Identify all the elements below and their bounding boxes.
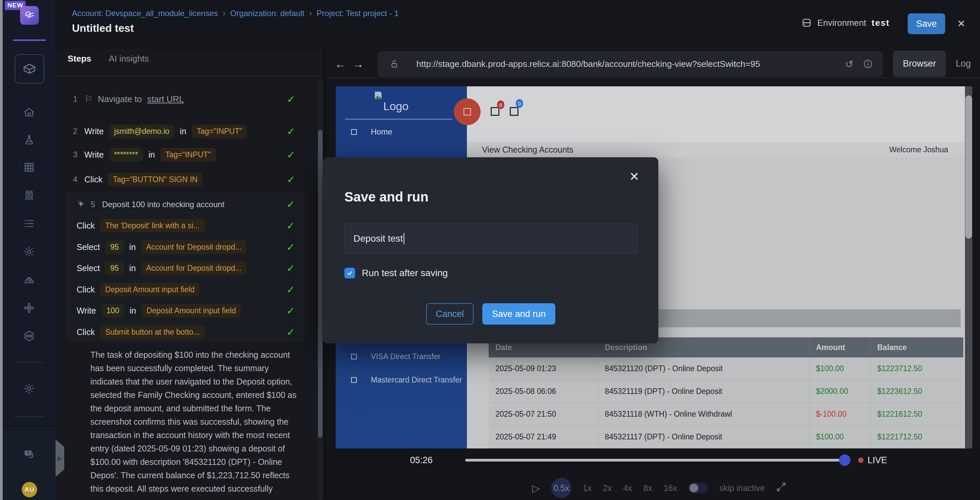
speed-16x[interactable]: 16x bbox=[664, 483, 677, 493]
broken-image-icon bbox=[373, 90, 383, 100]
step-target-badge[interactable]: Account for Deposit dropd... bbox=[141, 240, 247, 254]
step-row-4[interactable]: 4 Click Tag="BUTTON" SIGN IN ✓ bbox=[73, 171, 295, 188]
close-icon[interactable]: ✕ bbox=[954, 16, 969, 31]
substep-row-6[interactable]: Click Submit button at the botto... ✓ bbox=[76, 324, 295, 340]
col-header-balance[interactable]: Balance bbox=[870, 338, 963, 357]
tab-steps[interactable]: Steps bbox=[68, 54, 91, 64]
breadcrumb-account[interactable]: Account: Devspace_all_module_licenses bbox=[72, 9, 218, 18]
sidebar-divider bbox=[13, 416, 45, 417]
sidebar-item-user-search[interactable] bbox=[3, 271, 56, 289]
table-row[interactable]: 2025-05-08 06:06 845321119 (DPT) - Onlin… bbox=[488, 380, 963, 403]
step-action: Write bbox=[76, 306, 96, 315]
step-action: Click bbox=[76, 221, 95, 231]
url-bar[interactable]: http://stage.dbank.prod-apps.relicx.ai:8… bbox=[377, 51, 883, 76]
user-avatar[interactable]: AU bbox=[22, 482, 37, 497]
sidebar-item-integrations[interactable] bbox=[3, 299, 56, 317]
record-indicator[interactable] bbox=[454, 99, 480, 125]
substep-row-2[interactable]: Select 95 in Account for Deposit dropd..… bbox=[76, 239, 295, 255]
checkbox-checked[interactable] bbox=[344, 268, 355, 279]
sidebar-item-api[interactable] bbox=[3, 326, 56, 346]
sidebar-item-tests-selected[interactable] bbox=[15, 54, 44, 84]
step-value-badge[interactable]: ******** bbox=[109, 148, 143, 162]
step-connector: in bbox=[180, 126, 186, 136]
step-row-3[interactable]: 3 Write ******** in Tag="INPUT" ✓ bbox=[73, 146, 295, 162]
substep-row-3[interactable]: Select 95 in Account for Deposit dropd..… bbox=[76, 260, 295, 276]
test-name-input[interactable]: Deposit test bbox=[344, 224, 638, 254]
nav-forward-icon[interactable]: → bbox=[351, 56, 366, 72]
cancel-button[interactable]: Cancel bbox=[426, 303, 474, 325]
sidebar-item-lab[interactable] bbox=[3, 131, 56, 149]
save-and-run-button[interactable]: Save and run bbox=[482, 303, 555, 325]
substep-row-5[interactable]: Write 100 in Deposit Amount input field … bbox=[76, 303, 295, 318]
sidebar-item-grid[interactable] bbox=[3, 158, 56, 177]
table-row[interactable]: 2025-05-07 21:49 845321117 (DPT) - Onlin… bbox=[488, 426, 963, 449]
step-value-badge[interactable]: jsmith@demo.io bbox=[109, 124, 174, 138]
speed-16x[interactable]: 8x bbox=[643, 483, 652, 493]
speed-0.5x[interactable]: 0.5x bbox=[551, 478, 571, 498]
save-button[interactable]: Save bbox=[908, 13, 945, 34]
step-target-badge[interactable]: Submit button at the botto... bbox=[100, 325, 205, 339]
play-icon[interactable]: ▷ bbox=[532, 482, 540, 494]
substep-row-1[interactable]: Click The 'Deposit' link with a si... ✓ bbox=[76, 218, 295, 234]
start-url-link[interactable]: start URL bbox=[147, 94, 184, 104]
bank-nav-home[interactable]: Home bbox=[351, 127, 392, 137]
info-icon[interactable] bbox=[863, 59, 873, 69]
sidebar-item-settings[interactable] bbox=[3, 242, 56, 261]
tab-log[interactable]: Log bbox=[950, 51, 977, 77]
step-target-badge[interactable]: Account for Deposit dropd... bbox=[141, 261, 247, 275]
skip-inactive-toggle[interactable] bbox=[689, 482, 708, 493]
step-target-badge[interactable]: The 'Deposit' link with a si... bbox=[100, 219, 205, 232]
step-target-badge[interactable]: Tag="BUTTON" SIGN IN bbox=[108, 173, 202, 186]
table-row[interactable]: 2025-05-07 21:50 845321118 (WTH) - Onlin… bbox=[488, 403, 963, 426]
step-target-badge[interactable]: Deposit Amount input field bbox=[142, 304, 241, 318]
tab-browser[interactable]: Browser bbox=[893, 51, 946, 77]
tab-ai-insights[interactable]: AI insights bbox=[109, 54, 149, 64]
step-action: Click bbox=[84, 175, 102, 185]
col-header-amount[interactable]: Amount bbox=[809, 338, 870, 357]
speed-2x[interactable]: 2x bbox=[603, 483, 611, 493]
sidebar-item-admin-settings[interactable] bbox=[3, 379, 56, 398]
step-row-1[interactable]: 1 ⚐ Navigate to start URL ✓ bbox=[73, 91, 295, 107]
table-row[interactable]: 2025-05-09 01:23 845321120 (DPT) - Onlin… bbox=[488, 357, 963, 380]
skip-inactive-label: skip inactive bbox=[719, 483, 765, 493]
url-input[interactable]: http://stage.dbank.prod-apps.relicx.ai:8… bbox=[416, 59, 845, 69]
step-value-badge[interactable]: 95 bbox=[105, 261, 124, 275]
bank-nav-mastercard-transfer[interactable]: Mastercard Direct Transfer bbox=[351, 376, 462, 385]
breadcrumb-organization[interactable]: Organization: default bbox=[230, 9, 304, 18]
step-value-badge[interactable]: 95 bbox=[105, 240, 124, 254]
notification-icon-1[interactable] bbox=[491, 107, 500, 116]
app-logo[interactable] bbox=[20, 6, 39, 25]
sidebar-item-suites[interactable] bbox=[3, 186, 56, 205]
playback-knob[interactable] bbox=[839, 454, 851, 466]
steps-scrollbar-thumb[interactable] bbox=[318, 130, 323, 438]
step-value-badge[interactable]: 100 bbox=[102, 304, 124, 318]
step-row-2[interactable]: 2 Write jsmith@demo.io in Tag="INPUT" ✓ bbox=[73, 123, 295, 139]
notification-icon-2[interactable] bbox=[510, 107, 519, 116]
run-after-saving-row[interactable]: Run test after saving bbox=[344, 268, 448, 279]
speed-4x[interactable]: 4x bbox=[623, 483, 632, 493]
sidebar-item-runs[interactable] bbox=[3, 214, 56, 233]
step-number: 1 bbox=[73, 94, 79, 104]
playback-track[interactable] bbox=[465, 459, 841, 462]
page-scrollbar-thumb[interactable] bbox=[965, 96, 972, 239]
step-number: 5 bbox=[91, 200, 97, 209]
bank-nav-visa-transfer[interactable]: VISA Direct Transfer bbox=[351, 352, 441, 361]
environment-selector[interactable]: Environment test bbox=[801, 18, 889, 28]
notification-badge-red: 0 bbox=[497, 100, 504, 109]
breadcrumb-project[interactable]: Project: Test project - 1 bbox=[317, 9, 399, 18]
step-target-badge[interactable]: Deposit Amount input field bbox=[100, 283, 199, 296]
step-target-badge[interactable]: Tag="INPUT" bbox=[192, 124, 247, 138]
step-action: Click bbox=[76, 327, 95, 337]
speed-1x[interactable]: 1x bbox=[583, 483, 592, 493]
sidebar-item-home[interactable] bbox=[3, 103, 56, 122]
step-target-badge[interactable]: Tag="INPUT" bbox=[160, 148, 216, 162]
refresh-icon[interactable]: ↺ bbox=[845, 58, 853, 70]
expand-icon[interactable] bbox=[776, 482, 786, 494]
gear-icon bbox=[23, 246, 35, 258]
modal-close-icon[interactable]: ✕ bbox=[626, 169, 642, 185]
step-group-header[interactable]: 5 Deposit 100 into checking account ✓ bbox=[76, 196, 295, 213]
text-caret bbox=[404, 233, 404, 244]
sidebar-item-help-chat[interactable]: ? bbox=[3, 445, 56, 464]
nav-back-icon[interactable]: ← bbox=[333, 56, 348, 72]
substep-row-4[interactable]: Click Deposit Amount input field ✓ bbox=[76, 282, 295, 298]
